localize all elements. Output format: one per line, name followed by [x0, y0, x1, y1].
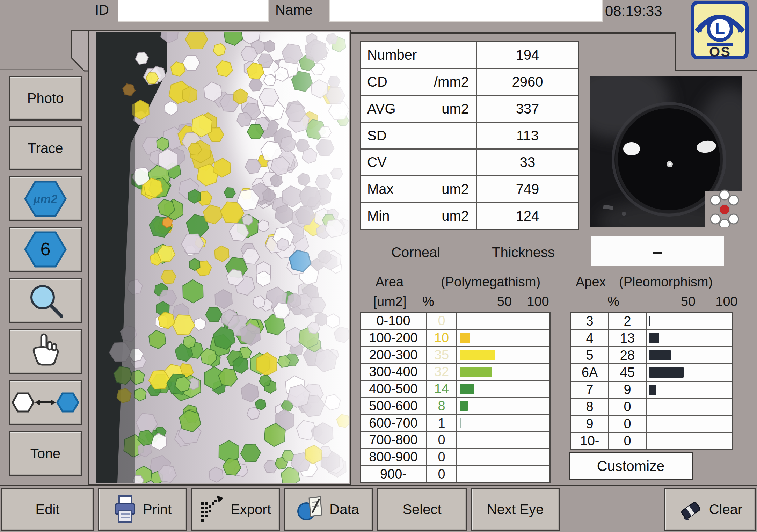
pointer-button[interactable]	[9, 329, 82, 374]
table-row: 6A45	[571, 364, 732, 381]
stat-unit: um2	[442, 101, 469, 117]
print-button[interactable]: Print	[98, 488, 187, 531]
table-row: 79	[571, 382, 732, 399]
os-left-eye-icon: L OS	[691, 1, 749, 59]
stat-name: Max	[367, 181, 394, 197]
next-eye-button[interactable]: Next Eye	[471, 488, 560, 531]
table-cell: 0	[609, 399, 647, 415]
table-cell: 400-500	[361, 381, 427, 397]
hexagon-swap-icon	[10, 383, 80, 422]
zoom-button[interactable]	[9, 278, 82, 323]
photo-frame	[88, 30, 351, 485]
histogram-bar	[460, 418, 461, 428]
stat-row: Minum2124	[361, 203, 578, 229]
print-button-label: Print	[143, 502, 172, 517]
table-cell: 2	[609, 313, 647, 329]
hexagon-six-icon: 6	[23, 229, 68, 270]
bar-cell	[457, 449, 549, 465]
table-cell: 9	[609, 382, 647, 398]
export-arrow-icon	[200, 495, 224, 524]
stat-name: CD	[367, 74, 387, 90]
export-button[interactable]: Export	[191, 488, 280, 531]
table-row: 800-9000	[361, 449, 549, 466]
bar-cell	[647, 313, 732, 329]
apex-count-mode-button[interactable]: 6	[9, 227, 82, 272]
table-cell: 28	[609, 347, 647, 363]
table-cell: 500-600	[361, 398, 427, 414]
id-input[interactable]	[118, 0, 269, 22]
stat-label: AVGum2	[361, 96, 477, 122]
stat-value: 124	[477, 203, 578, 229]
table-cell: 32	[427, 364, 457, 380]
edit-button-label: Edit	[36, 502, 60, 517]
bar-cell	[647, 399, 732, 415]
table-cell: 0	[609, 416, 647, 432]
table-row: 500-6008	[361, 398, 549, 415]
table-row: 528	[571, 347, 732, 364]
data-button[interactable]: Data	[284, 488, 373, 531]
hand-pointer-icon	[24, 332, 66, 371]
histogram-bar	[460, 367, 492, 377]
table-row: 80	[571, 399, 732, 416]
stat-row: CD/mm22960	[361, 69, 578, 96]
table-cell: 8	[571, 399, 609, 415]
photo-button[interactable]: Photo	[9, 76, 82, 121]
pleomorphism-header: (Pleomorphism)	[619, 275, 713, 290]
edit-button[interactable]: Edit	[1, 488, 94, 531]
table-cell: 10	[427, 330, 457, 346]
select-button-label: Select	[402, 502, 441, 517]
stat-name: AVG	[367, 101, 396, 117]
stat-unit: /mm2	[434, 74, 469, 90]
bar-cell	[457, 415, 549, 431]
photo-frame-tab	[70, 30, 89, 72]
table-row: 300-40032	[361, 364, 549, 381]
stat-name: Min	[367, 208, 390, 224]
apex-header: Apex	[576, 275, 606, 290]
table-row: 413	[571, 330, 732, 347]
table-cell: 4	[571, 330, 609, 346]
stat-value: 194	[477, 42, 578, 68]
eye-overview	[590, 76, 742, 227]
table-cell: 0	[427, 432, 457, 448]
apex-50-tick: 50	[677, 294, 699, 309]
cell-area-mode-button[interactable]: µm2	[9, 176, 82, 221]
svg-text:µm2: µm2	[33, 192, 58, 205]
panel-step-border	[675, 32, 676, 71]
histogram-bar	[649, 316, 650, 326]
table-row: 200-30035	[361, 347, 549, 364]
table-cell: 0	[427, 313, 457, 329]
thickness-value-box: –	[591, 236, 724, 266]
histogram-bar	[460, 401, 468, 411]
customize-button[interactable]: Customize	[569, 452, 693, 480]
stat-row: SD113	[361, 123, 578, 150]
tone-button[interactable]: Tone	[9, 431, 82, 476]
clear-button-label: Clear	[709, 502, 743, 517]
table-cell: 5	[571, 347, 609, 363]
stat-name: Number	[367, 47, 417, 63]
cell-compare-button[interactable]	[9, 380, 82, 425]
stat-label: SD	[361, 123, 477, 148]
pleomorphism-table: 324135286A4579809010-0	[570, 312, 733, 450]
stat-value: 33	[477, 150, 578, 175]
stat-value: 2960	[477, 69, 578, 95]
stat-label: Number	[361, 42, 477, 68]
bar-cell	[457, 432, 549, 448]
trace-button[interactable]: Trace	[9, 126, 82, 170]
name-input[interactable]	[329, 0, 603, 22]
histogram-bar	[460, 350, 495, 360]
table-row: 0-1000	[361, 313, 549, 330]
trace-button-label: Trace	[28, 140, 63, 156]
printer-icon	[114, 495, 137, 524]
apex-100-tick: 100	[711, 294, 742, 309]
table-row: 700-8000	[361, 432, 549, 449]
table-cell: 35	[427, 347, 457, 363]
stat-name: CV	[367, 154, 387, 170]
histogram-bar	[649, 367, 684, 378]
stat-value: 337	[477, 96, 578, 122]
data-button-label: Data	[329, 502, 359, 517]
eye-overview-image	[590, 76, 742, 227]
eye-side-logo: L OS	[691, 1, 749, 61]
select-button[interactable]: Select	[377, 488, 467, 531]
clear-button[interactable]: Clear	[664, 488, 756, 531]
corneal-label: Corneal	[391, 245, 440, 260]
